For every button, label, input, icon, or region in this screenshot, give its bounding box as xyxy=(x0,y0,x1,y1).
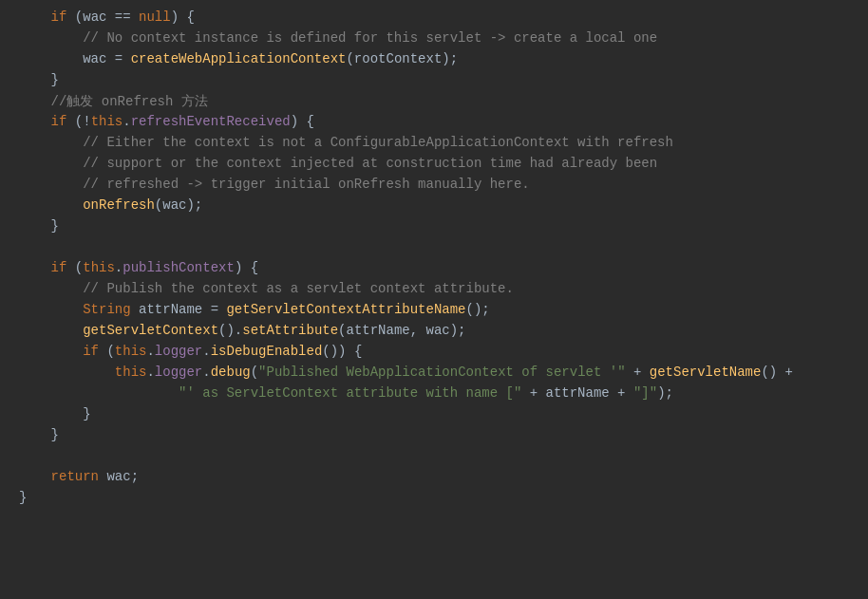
code-line-1: if (wac == null) { xyxy=(0,9,868,30)
code-line-11: } xyxy=(0,218,868,239)
code-line-17: if (this.logger.isDebugEnabled()) { xyxy=(0,344,868,365)
code-line-6: if (!this.refreshEventReceived) { xyxy=(0,114,868,135)
code-line-24: } xyxy=(0,490,868,511)
code-line-7: // Either the context is not a Configura… xyxy=(0,135,868,156)
code-line-18: this.logger.debug("Published WebApplicat… xyxy=(0,365,868,385)
code-line-12 xyxy=(0,239,868,260)
code-line-22 xyxy=(0,448,868,469)
code-line-23: return wac; xyxy=(0,469,868,490)
code-line-19: "' as ServletContext attribute with name… xyxy=(0,385,868,406)
code-line-5: //触发 onRefresh 方法 xyxy=(0,93,868,114)
code-line-20: } xyxy=(0,406,868,427)
code-line-10: onRefresh(wac); xyxy=(0,197,868,218)
code-line-2: // No context instance is defined for th… xyxy=(0,30,868,51)
code-line-16: getServletContext().setAttribute(attrNam… xyxy=(0,323,868,344)
code-line-15: String attrName = getServletContextAttri… xyxy=(0,302,868,323)
code-view: if (wac == null) { // No context instanc… xyxy=(0,0,868,599)
code-line-14: // Publish the context as a servlet cont… xyxy=(0,281,868,302)
code-line-4: } xyxy=(0,72,868,93)
code-line-8: // support or the context injected at co… xyxy=(0,156,868,177)
code-line-21: } xyxy=(0,427,868,448)
code-line-9: // refreshed -> trigger initial onRefres… xyxy=(0,177,868,197)
code-line-13: if (this.publishContext) { xyxy=(0,260,868,281)
code-line-3: wac = createWebApplicationContext(rootCo… xyxy=(0,51,868,72)
